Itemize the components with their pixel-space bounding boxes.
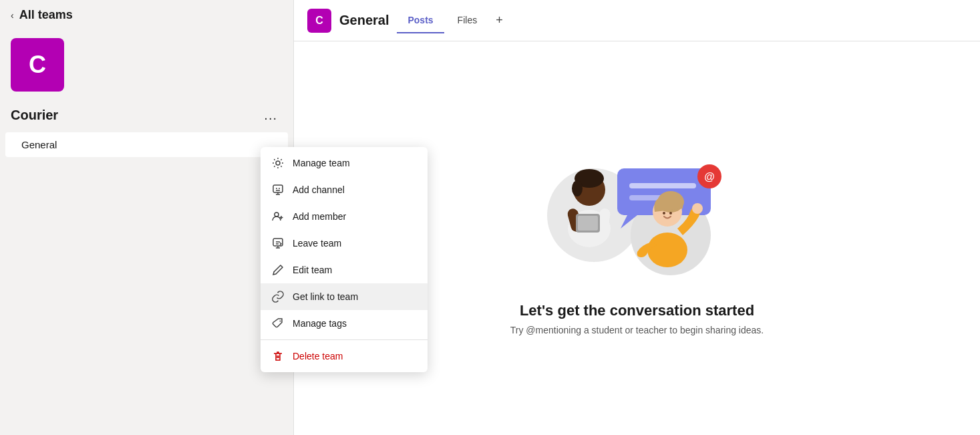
sidebar: ‹ All teams C Courier ... General Manage… xyxy=(0,0,294,435)
tab-posts[interactable]: Posts xyxy=(397,8,444,33)
tabs-container: Posts Files + xyxy=(397,7,508,34)
tab-files[interactable]: Files xyxy=(447,8,488,33)
all-teams-button[interactable]: ‹ All teams xyxy=(0,0,293,30)
team-name-row: Courier ... xyxy=(0,100,293,131)
menu-label-get-link: Get link to team xyxy=(293,291,358,302)
edit-icon xyxy=(271,263,285,277)
menu-item-delete-team[interactable]: Delete team xyxy=(261,343,428,370)
menu-label-edit-team: Edit team xyxy=(293,265,332,275)
menu-item-get-link[interactable]: Get link to team xyxy=(261,283,428,310)
team-avatar: C xyxy=(11,38,64,92)
menu-item-add-channel[interactable]: Add channel xyxy=(261,176,428,203)
menu-divider xyxy=(261,339,428,340)
tag-icon xyxy=(271,317,285,330)
team-avatar-container: C xyxy=(0,30,293,100)
menu-item-manage-tags[interactable]: Manage tags xyxy=(261,310,428,337)
add-channel-icon xyxy=(271,183,285,196)
menu-label-manage-team: Manage team xyxy=(293,158,350,168)
leave-icon xyxy=(271,237,285,250)
menu-label-add-channel: Add channel xyxy=(293,184,345,195)
svg-point-14 xyxy=(572,180,583,196)
svg-point-4 xyxy=(280,321,281,322)
svg-point-22 xyxy=(647,233,687,267)
all-teams-label: All teams xyxy=(19,8,73,22)
channel-name: General xyxy=(21,139,57,150)
empty-state-title: Let's get the conversation started xyxy=(510,302,764,319)
add-member-icon xyxy=(271,210,285,223)
channel-header: C General Posts Files + xyxy=(294,0,980,41)
illustration: @ xyxy=(530,142,744,289)
svg-point-25 xyxy=(669,212,672,214)
back-chevron-icon: ‹ xyxy=(11,10,14,21)
general-channel-item[interactable]: General xyxy=(5,132,288,157)
team-more-button[interactable]: ... xyxy=(259,105,283,126)
channel-name-header: General xyxy=(339,13,389,28)
svg-point-0 xyxy=(276,161,280,165)
context-menu: Manage team Add channel Add xyxy=(261,147,428,372)
svg-point-23 xyxy=(692,203,703,214)
team-name: Courier xyxy=(11,108,58,123)
menu-item-manage-team[interactable]: Manage team xyxy=(261,150,428,176)
menu-label-manage-tags: Manage tags xyxy=(293,318,347,329)
menu-item-add-member[interactable]: Add member xyxy=(261,203,428,230)
svg-rect-1 xyxy=(273,185,283,192)
svg-point-24 xyxy=(663,212,665,214)
menu-label-add-member: Add member xyxy=(293,211,346,222)
empty-state-subtitle: Try @mentioning a student or teacher to … xyxy=(510,325,764,335)
svg-text:@: @ xyxy=(704,171,715,182)
gear-icon xyxy=(271,156,285,170)
channel-avatar: C xyxy=(307,9,331,33)
link-icon xyxy=(271,290,285,303)
svg-rect-8 xyxy=(629,183,696,188)
menu-item-leave-team[interactable]: Leave team xyxy=(261,230,428,257)
menu-label-leave-team: Leave team xyxy=(293,238,341,249)
conversation-illustration: @ xyxy=(530,142,744,289)
add-tab-button[interactable]: + xyxy=(490,7,508,34)
svg-point-2 xyxy=(275,212,279,216)
trash-icon xyxy=(271,349,285,363)
empty-state: Let's get the conversation started Try @… xyxy=(510,302,764,335)
menu-item-edit-team[interactable]: Edit team xyxy=(261,257,428,283)
svg-rect-19 xyxy=(578,216,598,231)
menu-label-delete-team: Delete team xyxy=(293,351,343,361)
